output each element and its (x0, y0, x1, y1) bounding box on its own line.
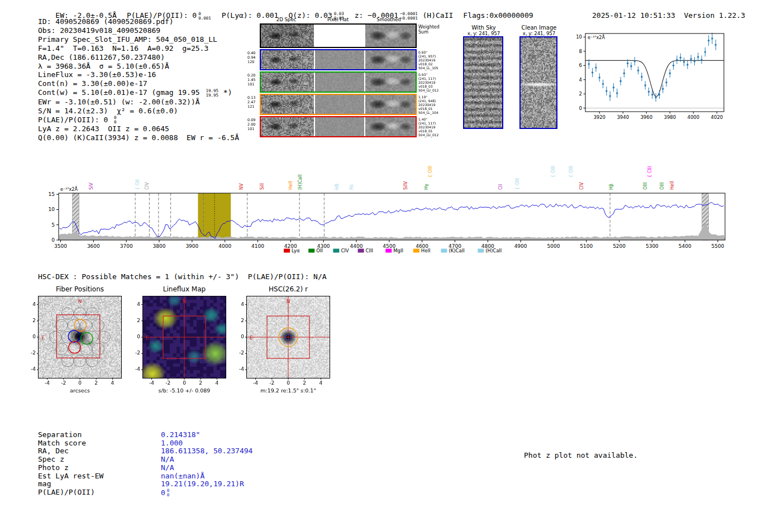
panel-ytick-label: 2 (234, 318, 244, 323)
lineflux-map-overlay: NE (143, 296, 226, 378)
spec2d-image (365, 50, 416, 69)
svg-text:0: 0 (579, 106, 582, 111)
data-points (588, 33, 717, 102)
svg-text:HeII: HeII (670, 181, 675, 190)
y-axis-ticks: 0246810 (576, 34, 585, 111)
svg-text:MgII: MgII (393, 248, 403, 253)
svg-text:8: 8 (579, 49, 582, 54)
report-version: Version 1.22.3 (684, 11, 745, 20)
svg-text:HeII: HeII (421, 248, 431, 253)
panel-ytick-label: -4 (234, 366, 244, 372)
svg-text:4400: 4400 (350, 243, 363, 249)
compass-east-label: E (41, 335, 45, 341)
svg-text:Hγ: Hγ (424, 184, 429, 190)
spec2d-panel: 2D Spec Pixel Flat Smoothed WeightedSum0… (247, 17, 443, 137)
match-table-row: P(LAE)/P(OII)000 (38, 488, 252, 497)
svg-text:6: 6 (579, 63, 582, 68)
panel-ytick-label: -2 (234, 350, 244, 356)
match-table-value: 1.000 (161, 439, 183, 447)
match-table-label: Separation (38, 431, 161, 439)
stacked-fraction: 00 (114, 116, 117, 124)
spec2d-image (365, 95, 416, 114)
clean-image-title: Clean Image (517, 25, 561, 31)
svg-text:3960: 3960 (640, 114, 652, 120)
svg-text:SiIV: SiIV (403, 181, 408, 190)
spec2d-image (365, 73, 416, 92)
svg-text:OIII: OIII (660, 183, 665, 190)
panel-xtick-label: -2 (163, 380, 173, 386)
lineflux-map-panel: NE (142, 296, 226, 378)
svg-text:3600: 3600 (87, 243, 100, 249)
svg-text:10: 10 (49, 207, 55, 212)
match-table-label: Match score (38, 439, 161, 448)
svg-text:3940: 3940 (617, 114, 629, 120)
svg-text:4020: 4020 (711, 114, 723, 120)
flux-units-annotation: e⁻¹⁷x2Å (588, 34, 605, 40)
fiber-positions-overlay: NE (39, 296, 121, 378)
panel-ytick-label: 2 (26, 318, 36, 323)
spec2d-image (315, 117, 364, 136)
info-line: S/N = 14.2(±2.3) χ² = 0.6(±0.0) (38, 107, 239, 116)
svg-text:4: 4 (579, 77, 582, 83)
clean-image-panel: Clean Image x, y: 241, 957 (517, 25, 561, 129)
clean-image (521, 37, 556, 128)
spectrum-line (59, 203, 723, 239)
svg-text:10: 10 (576, 34, 582, 40)
stacked-fraction: 00 (167, 488, 170, 497)
svg-text:NV: NV (239, 183, 244, 190)
clean-image-coords: x, y: 241, 957 (517, 31, 561, 36)
panel-xtick-label: 2 (91, 380, 101, 386)
svg-text:5: 5 (51, 222, 55, 228)
spec2d-row: 0.400.941200.60"(241, 957)20230419v018_0… (247, 49, 443, 70)
line-fit-chart: 3920394039603980400040200246810e⁻¹⁷x2Å (575, 28, 737, 127)
svg-text:3700: 3700 (120, 243, 133, 249)
compass-east-label: E (146, 335, 149, 341)
spec2d-image (261, 117, 314, 136)
photz-note: Phot z plot not available. (524, 451, 638, 459)
flux-units-annotation: e⁻¹⁷x2Å (60, 186, 78, 192)
spec2d-row: 0.092.001011.40"(241, 117)20230419v018_0… (247, 116, 443, 137)
spec2d-image (261, 95, 314, 114)
hsc-r-overlay: NE (247, 296, 330, 378)
y-axis-ticks: 051015 (49, 191, 59, 243)
match-table-row: Separation0.214318" (38, 431, 252, 439)
spec2d-image (261, 73, 314, 92)
spec2d-title-2dspec: 2D Spec (260, 17, 313, 22)
spec2d-image (261, 50, 314, 69)
with-sky-coords: x, y: 241, 957 (461, 31, 506, 36)
svg-text:4900: 4900 (514, 243, 527, 249)
svg-text:{ CIII: { CIII (647, 166, 652, 178)
svg-text:3980: 3980 (664, 114, 676, 120)
with-sky-image (464, 37, 502, 128)
match-table-value: 0 (161, 488, 165, 496)
match-table-value: N/A (161, 463, 174, 472)
panel-xtick-label: 4 (107, 380, 117, 386)
panel-title-fiber-positions: Fiber Positions (38, 285, 122, 293)
stacked-fraction: 19.9519.95 (206, 89, 218, 98)
spec2d-row-annotation: 0.93"(241, 117)20230419v018_03504_LU_012 (417, 71, 440, 93)
panel-xtick-label: 0 (283, 380, 293, 386)
panel-ytick-label: -4 (130, 366, 140, 372)
svg-text:Hβ: Hβ (609, 184, 614, 190)
info-line: F=1.4" T=0.163 N=1.16 A=0.92 g=25.3 (38, 44, 239, 53)
panel-xtick-label: 2 (196, 380, 206, 386)
hsc-r-panel: NE (246, 296, 330, 378)
svg-text:(K)CaII: (K)CaII (449, 248, 464, 253)
spec2d-row: 0.201.451010.93"(241, 117)20230419v018_0… (247, 71, 443, 93)
svg-text:5200: 5200 (613, 243, 626, 249)
panel-xtick-label: 0 (75, 380, 85, 386)
info-line: λ = 3968.36Å σ = 5.10(±0.65)Å (38, 62, 239, 71)
panel-xtick-label: -4 (147, 380, 157, 386)
svg-text:{ OII: { OII (135, 179, 140, 190)
panel-xtick-label: 4 (212, 380, 222, 386)
panel-xtick-label: 2 (299, 380, 309, 386)
spec2d-row-annotation: 1.40"(241, 117)20230419v018_01504_LU_012 (417, 116, 440, 137)
spec2d-image (315, 50, 364, 69)
x-axis-ticks: 392039403960398040004020 (593, 112, 723, 120)
panel-ytick-label: 4 (234, 301, 244, 307)
svg-text:4000: 4000 (218, 243, 231, 249)
spec2d-image (315, 73, 364, 92)
spec2d-image (365, 25, 416, 47)
info-line: Obs: 20230419v018_4090520869 (38, 26, 239, 35)
svg-text:CIV: CIV (341, 248, 349, 253)
